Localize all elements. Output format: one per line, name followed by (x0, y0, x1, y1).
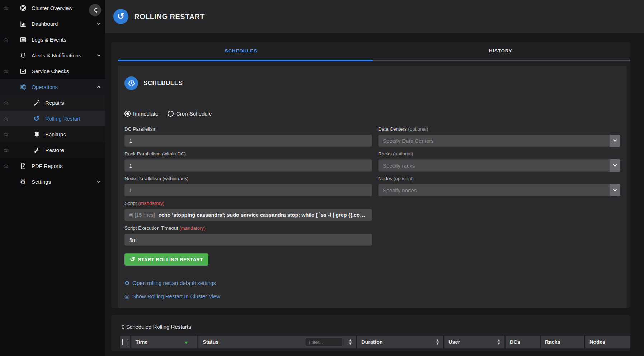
star-icon[interactable]: ☆ (3, 68, 9, 74)
data-centers-select[interactable]: Specify Data Centers (378, 135, 620, 147)
chevron-left-icon (94, 8, 97, 13)
script-input[interactable]: #! [15 lines] echo 'stopping cassandra';… (124, 209, 372, 221)
nodes-field: Nodes (optional) Specify nodes (378, 175, 620, 196)
sidebar-item-settings[interactable]: ⚙ Settings (0, 174, 105, 189)
sidebar-item-dashboard[interactable]: Dashboard (0, 16, 105, 32)
optional-tag: (optional) (393, 151, 413, 156)
star-icon[interactable]: ☆ (3, 147, 9, 153)
column-header-duration[interactable]: Duration (357, 336, 443, 348)
page-title: ROLLING RESTART (134, 13, 205, 21)
column-header-status[interactable]: Status (198, 336, 356, 348)
sort-icon[interactable] (497, 339, 501, 345)
wrench-icon (30, 147, 43, 154)
sidebar-item-label: Alerts & Notifications (32, 52, 81, 58)
sidebar-item-operations[interactable]: Operations (0, 79, 105, 95)
scheduled-restarts-count: 0 Scheduled Rolling Restarts (122, 324, 630, 330)
field-label: Node Parallelism (within rack) (124, 175, 372, 182)
bar-chart-icon (17, 20, 29, 27)
select-placeholder: Specify Data Centers (383, 138, 434, 144)
sidebar-item-alerts-notifications[interactable]: Alerts & Notifications (0, 47, 105, 63)
column-label: Time (136, 339, 148, 345)
field-label: DC Parallelism (124, 126, 372, 132)
script-timeout-input[interactable] (124, 234, 372, 246)
sidebar-item-label: Rolling Restart (45, 116, 80, 122)
rolling-restart-card: SCHEDULES HISTORY SCHEDULES Immediate (111, 42, 630, 308)
radio-immediate[interactable]: Immediate (124, 111, 158, 117)
sidebar-item-backups[interactable]: ☆ Backups (0, 126, 105, 142)
sidebar-item-repairs[interactable]: ☆ Repairs (0, 95, 105, 111)
rolling-restart-icon: ↺ (113, 9, 128, 24)
form-left-column: DC Parallelism Rack Parallelism (within … (124, 126, 372, 299)
chevron-down-icon[interactable] (610, 184, 620, 196)
optional-tag: (optional) (408, 126, 428, 132)
field-label: Script Execution Timeout (mandatory) (124, 225, 372, 231)
sidebar-item-rolling-restart[interactable]: ☆ ↺ Rolling Restart (0, 111, 105, 126)
schedule-type-radios: Immediate Cron Schedule (124, 111, 620, 117)
script-field: Script (mandatory) #! [15 lines] echo 's… (124, 200, 372, 221)
clock-icon (124, 76, 138, 90)
chevron-down-icon[interactable] (97, 54, 101, 57)
start-rolling-restart-button[interactable]: ↺ START ROLLING RESTART (124, 253, 208, 266)
sort-icon[interactable] (436, 339, 439, 345)
sort-desc-icon[interactable] (184, 341, 188, 344)
column-header-user[interactable]: User (444, 336, 504, 348)
star-icon[interactable]: ☆ (3, 100, 9, 106)
pdf-file-icon (17, 163, 29, 169)
chevron-up-icon[interactable] (97, 86, 101, 88)
sidebar-item-logs-events[interactable]: ☆ Logs & Events (0, 32, 105, 47)
tab-history[interactable]: HISTORY (371, 48, 631, 53)
database-icon (30, 131, 43, 138)
show-in-cluster-view-link[interactable]: ◎ Show Rolling Restart In Cluster View (124, 293, 220, 299)
tab-underline-track (118, 60, 630, 61)
sort-icon[interactable] (348, 339, 352, 345)
select-all-cell (120, 336, 130, 348)
field-label: Racks (optional) (378, 151, 620, 157)
select-all-checkbox[interactable] (122, 339, 128, 345)
column-header-racks[interactable]: Racks (541, 336, 584, 348)
field-label: Rack Parallelism (within DC) (124, 151, 372, 157)
chevron-down-icon[interactable] (97, 181, 101, 183)
rack-parallelism-input[interactable] (124, 159, 372, 172)
column-label: Nodes (589, 339, 605, 345)
radio-unselected-icon[interactable] (168, 111, 174, 117)
star-icon[interactable]: ☆ (3, 37, 9, 43)
schedule-form: DC Parallelism Rack Parallelism (within … (124, 126, 620, 299)
racks-select[interactable]: Specify racks (378, 159, 620, 172)
field-label: Nodes (optional) (378, 175, 620, 182)
radio-label: Immediate (133, 111, 158, 117)
sidebar-item-pdf-reports[interactable]: ☆ PDF Reports (0, 158, 105, 174)
radio-selected-icon[interactable] (124, 111, 131, 117)
column-header-nodes[interactable]: Nodes (585, 336, 630, 348)
chevron-down-icon[interactable] (610, 159, 620, 172)
sidebar-item-service-checks[interactable]: ☆ Service Checks (0, 63, 105, 79)
column-header-time[interactable]: Time (131, 336, 197, 348)
sidebar-collapse-button[interactable] (89, 4, 101, 16)
page-header: ↺ ROLLING RESTART (105, 0, 644, 33)
select-placeholder: Specify nodes (383, 187, 417, 193)
star-icon[interactable]: ☆ (3, 116, 9, 122)
radio-cron-schedule[interactable]: Cron Schedule (168, 111, 212, 117)
sidebar-item-label: Settings (32, 179, 51, 185)
sidebar-item-restore[interactable]: ☆ Restore (0, 142, 105, 158)
dc-parallelism-field: DC Parallelism (124, 126, 372, 147)
field-label: Data Centers (optional) (378, 126, 620, 132)
status-filter-input[interactable] (306, 338, 342, 346)
check-square-icon (17, 68, 29, 75)
tab-bar: SCHEDULES HISTORY (111, 42, 630, 60)
dc-parallelism-input[interactable] (124, 135, 372, 147)
script-timeout-field: Script Execution Timeout (mandatory) (124, 225, 372, 246)
nodes-select[interactable]: Specify nodes (378, 184, 620, 196)
tab-schedules[interactable]: SCHEDULES (111, 48, 371, 53)
scheduled-restarts-table-header: Time Status Duration (120, 336, 630, 348)
section-header: SCHEDULES (124, 76, 620, 90)
chevron-down-icon[interactable] (610, 135, 620, 147)
column-header-dcs[interactable]: DCs (506, 336, 540, 348)
rotate-ccw-icon: ↺ (30, 115, 43, 122)
star-icon[interactable]: ☆ (3, 131, 9, 137)
star-icon[interactable]: ☆ (3, 163, 9, 169)
open-default-settings-link[interactable]: ⚙ Open rolling restart default settings (124, 280, 216, 286)
node-parallelism-field: Node Parallelism (within rack) (124, 175, 372, 196)
star-icon[interactable]: ☆ (3, 5, 9, 11)
chevron-down-icon[interactable] (97, 23, 101, 25)
node-parallelism-input[interactable] (124, 184, 372, 196)
